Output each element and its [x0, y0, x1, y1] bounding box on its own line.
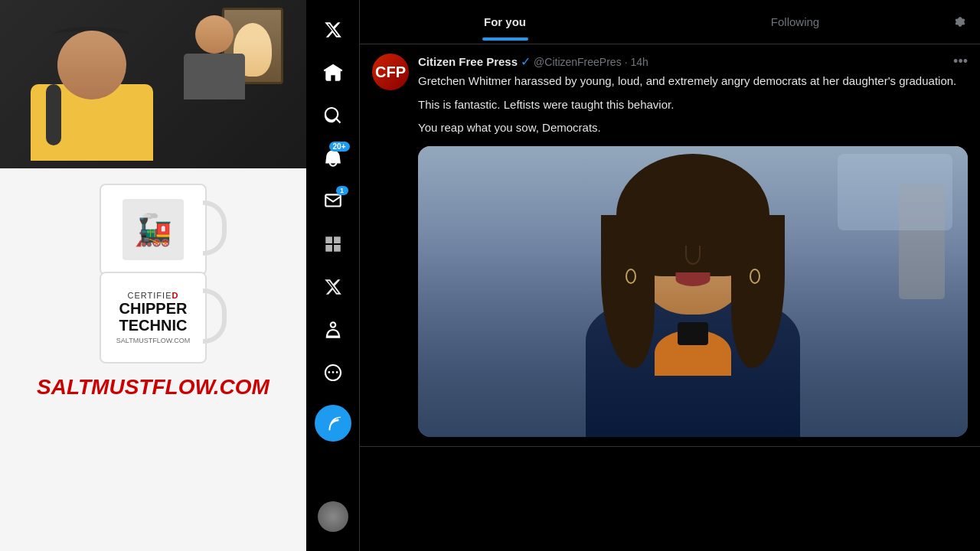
woman-eyes	[662, 223, 724, 233]
verified-badge: ✓	[521, 54, 531, 69]
mug-certified-text: CERTIFIED	[116, 291, 190, 300]
woman-mouth	[676, 272, 710, 286]
compose-button[interactable]	[315, 405, 351, 442]
woman-head	[632, 169, 754, 315]
microphone-prop	[46, 84, 61, 145]
tweet-time: 14h	[631, 56, 648, 68]
tweet-text: Gretchen Whitmer harassed by young, loud…	[418, 73, 968, 137]
mug-top: 🚂	[100, 184, 207, 276]
mug-certified-highlight: D	[172, 291, 178, 300]
stream-video-top	[0, 0, 306, 168]
mug-bottom: CERTIFIED CHIPPERTECHNIC SALTMUSTFLOW.CO…	[100, 272, 207, 364]
woman-earring-left	[626, 269, 636, 284]
tweet-more-button[interactable]: •••	[953, 54, 968, 70]
settings-icon[interactable]	[940, 0, 980, 44]
twitter-panel: 20+ 1	[306, 0, 980, 551]
sidebar-icon-home[interactable]	[315, 54, 351, 91]
woman-earring-right	[750, 269, 760, 284]
tweet-item: CFP Citizen Free Press ✓ @CitizenFreePre…	[360, 44, 980, 447]
tweet-text-line2: This is fantastic. Leftists were taught …	[418, 96, 968, 114]
tab-following[interactable]: Following	[650, 3, 940, 41]
woman-eye-left	[662, 223, 681, 233]
mug-display: 🚂 CERTIFIED CHIPPERTECHNIC SALTMUSTFLOW.…	[100, 184, 207, 371]
video-subject	[559, 146, 827, 437]
sidebar-icon-x-logo[interactable]	[315, 11, 351, 48]
promo-panel: 🚂 CERTIFIED CHIPPERTECHNIC SALTMUSTFLOW.…	[0, 168, 306, 551]
tweet-media-video[interactable]	[418, 146, 968, 437]
mug-chipper-text: CHIPPERTECHNIC	[116, 300, 190, 334]
sidebar-icon-more[interactable]	[315, 354, 351, 391]
tweet-author-info: Citizen Free Press ✓ @CitizenFreePres · …	[418, 54, 648, 69]
mug-url-text: SALTMUSTFLOW.COM	[116, 337, 190, 344]
user-avatar[interactable]	[318, 501, 348, 532]
tweet-text-line1: Gretchen Whitmer harassed by young, loud…	[418, 73, 968, 90]
tab-for-you[interactable]: For you	[360, 3, 650, 41]
sidebar-icon-notifications[interactable]: 20+	[315, 140, 351, 177]
sidebar-icon-x2[interactable]	[315, 269, 351, 305]
sidebar-icon-grok[interactable]	[315, 226, 351, 262]
tweet-text-line3: You reap what you sow, Democrats.	[418, 119, 968, 137]
sidebar-icon-profile[interactable]	[315, 311, 351, 348]
stream-panel: 🚂 CERTIFIED CHIPPERTECHNIC SALTMUSTFLOW.…	[0, 0, 306, 551]
woman-eye-right	[704, 223, 724, 233]
train-logo: 🚂	[122, 199, 184, 260]
notification-badge-count: 20+	[329, 142, 350, 152]
sidebar-icon-messages[interactable]: 1	[315, 183, 351, 220]
twitter-sidebar: 20+ 1	[306, 0, 360, 551]
sidebar-icon-search[interactable]	[315, 97, 351, 134]
promo-url-text: SALTMUSTFLOW.COM	[37, 375, 270, 399]
messages-badge-count: 1	[336, 186, 348, 195]
woman-nose	[685, 246, 701, 265]
tweet-avatar: CFP	[372, 54, 409, 90]
feed-header: For you Following	[360, 0, 980, 44]
author-name: Citizen Free Press	[418, 55, 518, 68]
tweet-header: Citizen Free Press ✓ @CitizenFreePres · …	[418, 54, 968, 70]
streamer-figure	[15, 15, 168, 168]
co-streamer-figure	[184, 15, 245, 107]
bg-top-item	[838, 154, 952, 230]
tweet-separator: ·	[625, 56, 628, 68]
twitter-main-feed: For you Following CFP	[360, 0, 980, 551]
author-handle: @CitizenFreePres	[534, 56, 622, 68]
tweet-content: Citizen Free Press ✓ @CitizenFreePres · …	[418, 54, 968, 437]
sunglasses	[678, 322, 708, 345]
